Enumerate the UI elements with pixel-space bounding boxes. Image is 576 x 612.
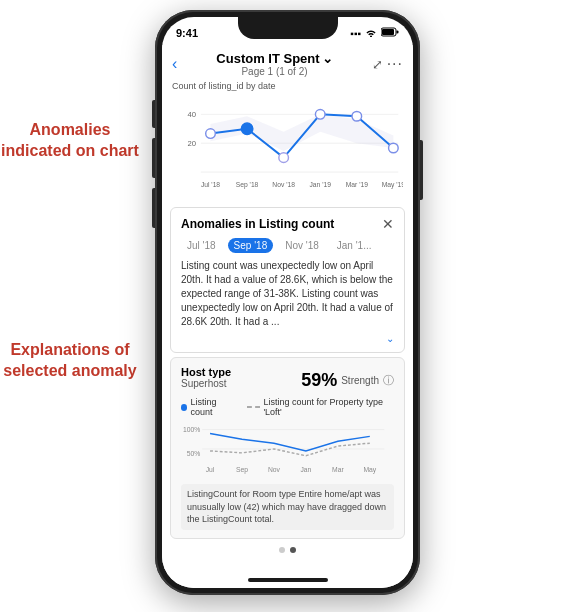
volume-down-button (152, 188, 155, 228)
svg-text:Jul '18: Jul '18 (201, 181, 220, 188)
svg-rect-2 (397, 31, 399, 34)
svg-text:40: 40 (188, 110, 197, 119)
svg-point-19 (389, 143, 399, 153)
svg-text:May: May (363, 466, 376, 474)
line-chart: 40 20 Jul '18 Sep '18 Nov '18 Jan '19 Ma… (172, 93, 403, 203)
host-panel: Host type Superhost 59% Strength ⓘ Listi… (170, 357, 405, 539)
strength-info-icon[interactable]: ⓘ (383, 373, 394, 388)
power-button (420, 140, 423, 200)
anomaly-tabs: Jul '18 Sep '18 Nov '18 Jan '1... (181, 238, 394, 253)
page-dots (162, 543, 413, 557)
signal-icon: ▪▪▪ (350, 28, 361, 39)
svg-text:Jan: Jan (300, 466, 311, 473)
anomaly-close-button[interactable]: ✕ (382, 216, 394, 232)
svg-text:Mar '19: Mar '19 (346, 181, 368, 188)
svg-point-17 (315, 110, 325, 120)
phone-shell: 9:41 ▪▪▪ ‹ Custom IT Spent ⌄ (155, 10, 420, 595)
svg-point-15 (241, 123, 253, 135)
host-subtitle: Superhost (181, 378, 231, 389)
host-title: Host type (181, 366, 231, 378)
anomaly-tab-jul18[interactable]: Jul '18 (181, 238, 222, 253)
page-dot-2[interactable] (290, 547, 296, 553)
legend-loft: Listing count for Property type 'Loft' (247, 397, 394, 417)
legend-label-listing: Listing count (190, 397, 237, 417)
svg-text:Nov: Nov (268, 466, 281, 473)
anomaly-tab-jan[interactable]: Jan '1... (331, 238, 378, 253)
phone-screen: 9:41 ▪▪▪ ‹ Custom IT Spent ⌄ (162, 17, 413, 588)
nav-title-area: Custom IT Spent ⌄ Page 1 (1 of 2) (181, 51, 367, 77)
volume-up-button (152, 138, 155, 178)
more-button[interactable]: ··· (387, 55, 403, 73)
anomaly-tab-sep18[interactable]: Sep '18 (228, 238, 274, 253)
anomaly-text: Listing count was unexpectedly low on Ap… (181, 259, 394, 329)
anomaly-expand-icon[interactable]: ⌄ (181, 333, 394, 344)
svg-text:Mar: Mar (332, 466, 344, 473)
svg-point-14 (206, 129, 216, 139)
svg-text:100%: 100% (183, 426, 200, 433)
strength-percentage: 59% (301, 370, 337, 391)
svg-text:Jan '19: Jan '19 (309, 181, 331, 188)
dropdown-icon[interactable]: ⌄ (322, 51, 333, 66)
strength-container: 59% Strength ⓘ (301, 370, 394, 391)
expand-icon[interactable]: ⤢ (372, 57, 383, 72)
host-caption: ListingCount for Room type Entire home/a… (181, 484, 394, 530)
svg-text:Jul: Jul (206, 466, 215, 473)
mute-button (152, 100, 155, 128)
svg-point-16 (279, 153, 289, 163)
svg-text:May '19: May '19 (382, 181, 403, 189)
top-nav: ‹ Custom IT Spent ⌄ Page 1 (1 of 2) ⤢ ··… (162, 45, 413, 77)
svg-rect-1 (382, 29, 394, 35)
svg-text:Sep: Sep (236, 466, 248, 474)
svg-text:Sep '18: Sep '18 (236, 181, 259, 189)
nav-title-text: Custom IT Spent (216, 51, 319, 66)
notch (238, 17, 338, 39)
page-dot-1[interactable] (279, 547, 285, 553)
legend-dot-blue (181, 404, 187, 411)
home-indicator[interactable] (248, 578, 328, 582)
nav-subtitle: Page 1 (1 of 2) (181, 66, 367, 77)
battery-icon (381, 27, 399, 39)
host-legend: Listing count Listing count for Property… (181, 397, 394, 417)
anomaly-panel: Anomalies in Listing count ✕ Jul '18 Sep… (170, 207, 405, 353)
svg-text:20: 20 (188, 139, 197, 148)
anomaly-tab-nov18[interactable]: Nov '18 (279, 238, 325, 253)
svg-text:Nov '18: Nov '18 (272, 181, 295, 188)
annotation-explanations: Explanations of selected anomaly (0, 340, 140, 382)
chart-label: Count of listing_id by date (172, 81, 403, 91)
legend-listing-count: Listing count (181, 397, 237, 417)
screen-content: ‹ Custom IT Spent ⌄ Page 1 (1 of 2) ⤢ ··… (162, 45, 413, 588)
svg-text:50%: 50% (187, 450, 201, 457)
status-time: 9:41 (176, 27, 198, 39)
legend-dashed-loft (247, 406, 260, 408)
strength-label: Strength (341, 375, 379, 386)
anomaly-title: Anomalies in Listing count (181, 217, 334, 231)
legend-label-loft: Listing count for Property type 'Loft' (263, 397, 394, 417)
host-mini-chart: 100% 50% Jul Sep Nov Jan Mar May (181, 421, 394, 476)
svg-point-18 (352, 111, 362, 121)
chart-container: 40 20 Jul '18 Sep '18 Nov '18 Jan '19 Ma… (172, 93, 403, 203)
wifi-icon (365, 27, 377, 39)
back-button[interactable]: ‹ (172, 55, 177, 73)
chart-area: Count of listing_id by date 40 20 Jul '1… (162, 77, 413, 203)
annotation-anomalies: Anomalies indicated on chart (0, 120, 140, 162)
